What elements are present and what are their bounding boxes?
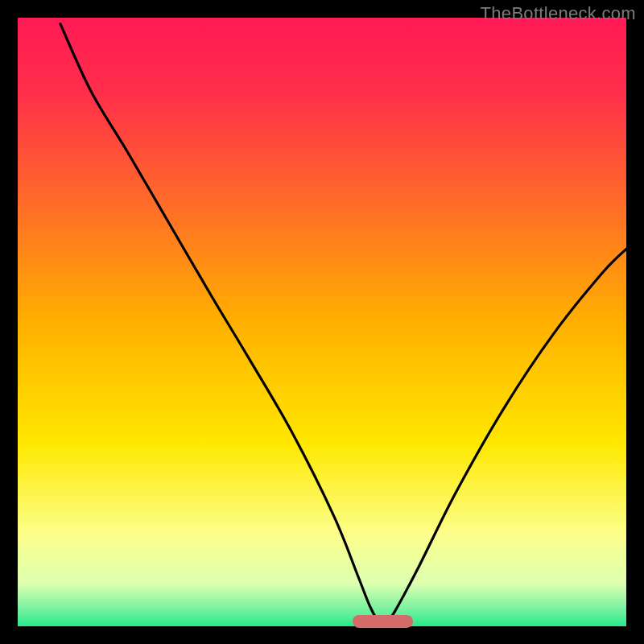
svg-rect-1 <box>18 18 626 626</box>
watermark-text: TheBottleneck.com <box>481 3 636 24</box>
minimum-marker <box>353 615 414 628</box>
